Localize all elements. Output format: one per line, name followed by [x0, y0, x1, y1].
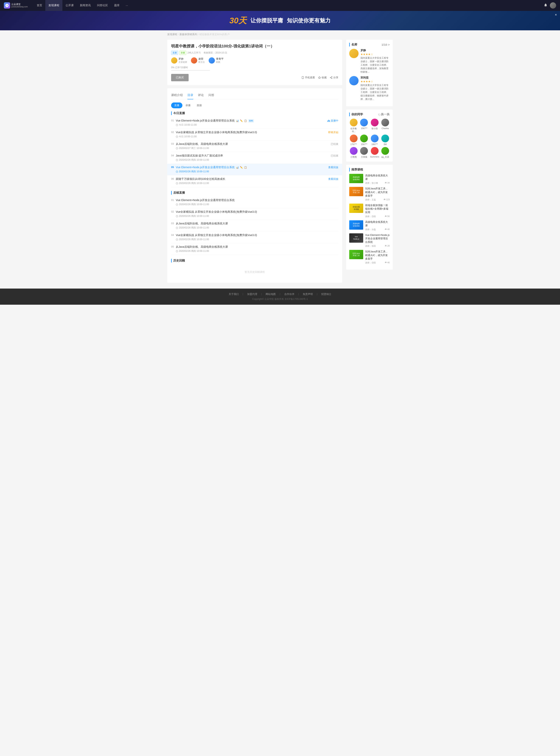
- rec-item-4[interactable]: 高级电商全线系统 高级电商全线系统大课 讲师：冷磊 40: [349, 220, 390, 231]
- teacher-avatar-1: [171, 57, 177, 64]
- lesson-status-replay[interactable]: 查看回放: [326, 166, 338, 169]
- rec-item-2[interactable]: 玩转Java开发工具 玩转Java开发工具，精通JUC，成为开发多面手 讲师：王…: [349, 187, 390, 201]
- footer-link-sitemap[interactable]: 网站地图: [266, 293, 276, 296]
- breadcrumb-link-1[interactable]: 发现课程: [167, 33, 177, 36]
- lesson-main: 从Java后端到全栈、高级电商全栈系统大课 2020/02/27 周三 10:0…: [176, 142, 329, 150]
- tab-directory[interactable]: 目录: [187, 92, 193, 99]
- lesson-main: 从Java后端到全栈、高级电商全栈系统大课 2020/02/26 周四 10:0…: [176, 222, 338, 230]
- teachers-card: 名师 1/10 > 罗静 ★★★★☆ 国内某重点大学安全工程专业硕士，国家一级注…: [346, 40, 393, 106]
- teacher-card-info-1: 罗静 ★★★★☆ 国内某重点大学安全工程专业硕士，国家一级注册消防工程师、注册安…: [360, 49, 390, 74]
- lesson-edit-icon-2[interactable]: ✏️: [240, 166, 243, 169]
- banner-close-button[interactable]: ×: [555, 13, 557, 17]
- nav-open[interactable]: 公开课: [62, 0, 77, 11]
- lesson-main: Vue Element+Node.js开发企业通用管理后台系统 📊 ✏️ 📋 2…: [176, 166, 326, 173]
- footer-link-agent[interactable]: 加盟代理: [247, 293, 257, 296]
- content-tab-face[interactable]: 面接: [194, 102, 205, 108]
- svg-point-4: [330, 77, 331, 78]
- classmate-avatar-2: [360, 119, 368, 126]
- classmate-item: Bill: [381, 135, 390, 145]
- breadcrumb: 发现课程 / 新媒体营销系列 / 销冠修炼术拿定80%的客户: [167, 30, 393, 38]
- rec-info-2: 玩转Java开发工具，精通JUC，成为开发多面手 讲师：王磊 123: [365, 187, 390, 201]
- nav-home[interactable]: 首页: [34, 0, 45, 11]
- footer-link-disclaimer[interactable]: 免责声明: [303, 293, 313, 296]
- tab-review[interactable]: 评论: [198, 92, 204, 99]
- lesson-time: 今日 10:00-11:00: [176, 135, 326, 138]
- progress-section: 0% 已学习0课时: [171, 66, 338, 71]
- lesson-title: Vue全家桶实战 从零独立开发企业级小米电商系统(免费升级Vue3.0): [176, 210, 338, 214]
- rec-thumb-4: 高级电商全线系统: [349, 220, 363, 230]
- logo[interactable]: 云朵课堂 yunduoketang.com: [4, 2, 28, 8]
- change-classmates-btn[interactable]: 换一换: [378, 113, 390, 116]
- lesson-num: 02: [171, 210, 176, 213]
- rec-item-6[interactable]: 玩转Java开发工具 玩转Java开发工具，精通JUC，成为开发多面手 讲师：岱…: [349, 250, 390, 264]
- user-avatar[interactable]: [550, 2, 556, 8]
- history-empty: 暂无历史回顾课程: [171, 264, 338, 280]
- share-link[interactable]: 分享: [330, 76, 338, 79]
- classmate-name-3: 张小田: [370, 127, 379, 130]
- classmate-item: Summers: [370, 147, 379, 158]
- collect-link[interactable]: 收藏: [318, 76, 327, 79]
- nav-more[interactable]: ···: [123, 0, 131, 11]
- content-tab-live[interactable]: 直播: [171, 102, 182, 108]
- lesson-copy-icon[interactable]: 📋: [244, 119, 247, 122]
- header: 云朵课堂 yunduoketang.com 首页 发现课程 公开课 新闻资讯 问…: [0, 0, 560, 11]
- lesson-status-replay-2[interactable]: 查看回放: [326, 177, 338, 181]
- footer-link-partner[interactable]: 合作伙伴: [284, 293, 294, 296]
- nav-news[interactable]: 新闻资讯: [77, 0, 94, 11]
- classmate-name-8: Bill: [381, 143, 390, 145]
- classmate-avatar-7: [371, 135, 379, 142]
- rec-title-6: 玩转Java开发工具，精通JUC，成为开发多面手: [365, 250, 390, 261]
- lesson-main: 跟随千万级项目从0到100全过程高效成长 2020/02/26 周四 10:00…: [176, 177, 326, 185]
- rec-item-3[interactable]: 前端全栈加强版 前端全栈加强版！前端全栈+全周期+多端应用 讲师：岱田 56: [349, 204, 390, 218]
- teacher-card-avatar-2: [349, 76, 359, 85]
- footer: 关于我们 | 加盟代理 | 网站地图 | 合作伙伴 | 免责声明 | 招贤纳士 …: [0, 289, 560, 305]
- teacher-card-info-2: 宋利坚 ★★★★☆ 国内某重点大学安全工程专业硕士，国家一级注册消防工程师、注册…: [360, 76, 390, 101]
- content-tab-replay[interactable]: 录播: [182, 102, 194, 108]
- bought-button[interactable]: 已购买: [171, 74, 188, 81]
- nav-exam[interactable]: 题库: [111, 0, 123, 11]
- live-bar-icon: [327, 120, 330, 122]
- rec-thumb-text-2: 玩转Java开发工具: [349, 187, 363, 196]
- teacher-name-1: 罗静: [179, 57, 187, 61]
- lesson-main: Vue全家桶实战 从零独立开发企业级小米电商系统(免费升级Vue3.0) 今日 …: [176, 131, 326, 138]
- rec-thumb-text-1: 高级电商全线系统: [349, 174, 363, 183]
- rec-item-5[interactable]: VueNode.js Vue Element+Node.js开发企业通用管理后台…: [349, 233, 390, 248]
- lesson-status-soon: 即将开始: [326, 131, 338, 134]
- phone-watch-link[interactable]: 手机观看: [301, 76, 315, 79]
- lesson-status-ended-2: 已结束: [329, 154, 338, 158]
- classmate-avatar-1: [350, 119, 358, 126]
- footer-link-recruit[interactable]: 招贤纳士: [321, 293, 331, 296]
- lesson-edit-icon[interactable]: ✏️: [240, 119, 243, 122]
- teachers-pagination[interactable]: 1/10 >: [381, 43, 390, 46]
- lesson-title: 从Java后端到全栈、高级电商全栈系统大课: [176, 245, 338, 249]
- lesson-main: Java项目面试实操 提升大厂面试成功率 2020/02/26 周四 10:00…: [176, 154, 329, 162]
- footer-sep-4: |: [298, 293, 299, 296]
- lesson-num: 04: [171, 234, 176, 236]
- notification-bell[interactable]: [544, 3, 547, 8]
- lesson-title: Java项目面试实操 提升大厂面试成功率: [176, 154, 329, 158]
- banner-text1: 让你摆脱平庸: [251, 17, 283, 24]
- breadcrumb-link-2[interactable]: 新媒体营销系列: [179, 33, 197, 36]
- lesson-time: 今日 10:00-11:00: [176, 123, 325, 126]
- footer-link-about[interactable]: 关于我们: [229, 293, 239, 296]
- banner-text2: 知识使你更有魅力: [287, 17, 331, 24]
- lesson-chart-icon[interactable]: 📊: [236, 119, 239, 122]
- lesson-main: Vue全家桶实战 从零独立开发企业级小米电商系统(免费升级Vue3.0) 202…: [176, 234, 338, 241]
- lesson-num: 02: [171, 131, 176, 134]
- lesson-chart-icon-2[interactable]: 📊: [236, 166, 239, 169]
- lesson-num: 06: [171, 177, 176, 180]
- lesson-copy-icon-2[interactable]: 📋: [244, 166, 247, 169]
- nav-discover[interactable]: 发现课程: [45, 0, 62, 11]
- nav-qa[interactable]: 问答社区: [94, 0, 111, 11]
- lesson-time: 2020/02/26 周四 10:00-11:00: [176, 182, 326, 185]
- lesson-item: 03 从Java后端到全栈、高级电商全栈系统大课 2020/02/27 周三 1…: [171, 140, 338, 152]
- tab-qa[interactable]: 问答: [208, 92, 214, 99]
- classmate-name-6: 1567**: [360, 143, 369, 145]
- rec-thumb-1: 高级电商全线系统: [349, 174, 363, 183]
- svg-rect-0: [302, 76, 303, 79]
- tab-intro[interactable]: 课程介绍: [171, 92, 183, 99]
- classmates-card-title: 你的同学 换一换: [349, 113, 390, 116]
- teacher-stars-2: ★★★★☆: [360, 80, 390, 83]
- rec-item-1[interactable]: 高级电商全线系统 高级电商全线系统大课 讲师：张小锋 34: [349, 174, 390, 184]
- classmate-name-2: 1567**: [360, 127, 369, 130]
